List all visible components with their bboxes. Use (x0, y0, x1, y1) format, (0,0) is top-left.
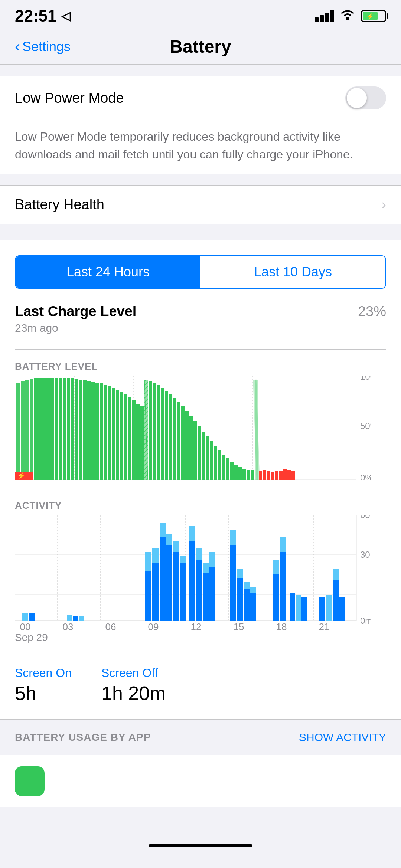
svg-rect-25 (75, 379, 78, 480)
svg-rect-108 (160, 537, 166, 621)
battery-level-chart-label: BATTERY LEVEL (15, 361, 386, 372)
svg-rect-42 (140, 406, 144, 480)
battery-health-row[interactable]: Battery Health › (0, 186, 401, 224)
svg-rect-124 (230, 545, 236, 621)
svg-rect-50 (161, 388, 164, 480)
svg-rect-117 (189, 526, 195, 541)
svg-rect-133 (273, 560, 279, 574)
back-button[interactable]: ‹ Settings (15, 39, 71, 55)
charge-level-row: Last Charge Level 23m ago 23% (15, 304, 386, 334)
svg-rect-23 (67, 378, 70, 480)
svg-rect-123 (209, 552, 215, 567)
nav-bar: ‹ Settings Battery (0, 29, 401, 64)
location-icon: ◁ (61, 9, 71, 23)
home-indicator-area (0, 837, 401, 851)
svg-rect-45 (144, 380, 148, 480)
svg-rect-76 (263, 470, 266, 480)
section-gap-2 (0, 174, 401, 185)
screen-usage-row: Screen On 5h Screen Off 1h 20m (15, 655, 386, 719)
screen-off-value: 1h 20m (101, 682, 166, 704)
svg-text:00: 00 (20, 621, 31, 632)
svg-rect-114 (180, 563, 186, 621)
svg-rect-99 (22, 613, 28, 621)
bottom-spacer (0, 807, 401, 837)
svg-rect-100 (29, 613, 35, 621)
svg-text:50%: 50% (360, 421, 371, 431)
charge-level-percentage: 23% (358, 304, 386, 320)
svg-rect-19 (50, 378, 54, 480)
svg-rect-11 (25, 380, 29, 480)
svg-point-0 (346, 17, 349, 20)
screen-on-value: 5h (15, 682, 72, 704)
svg-rect-53 (173, 398, 176, 480)
svg-rect-80 (279, 471, 283, 480)
segment-control[interactable]: Last 24 Hours Last 10 Days (15, 255, 386, 289)
battery-icon: ⚡ (361, 10, 386, 22)
battery-level-chart: ⚡ (15, 376, 386, 481)
svg-text:⚡: ⚡ (17, 472, 26, 480)
svg-rect-63 (214, 446, 217, 480)
svg-rect-115 (180, 556, 186, 563)
svg-rect-127 (237, 569, 243, 578)
app-usage-row (0, 755, 401, 807)
charge-level-info: Last Charge Level 23m ago (15, 304, 136, 334)
status-icons: ⚡ (315, 8, 386, 24)
svg-text:0m: 0m (360, 616, 371, 626)
svg-rect-39 (132, 400, 136, 480)
activity-chart-label: ACTIVITY (15, 500, 386, 511)
screen-off-item: Screen Off 1h 20m (101, 666, 166, 704)
signal-bars (315, 10, 334, 22)
svg-rect-126 (237, 578, 243, 621)
segment-last-10-days[interactable]: Last 10 Days (200, 256, 385, 288)
svg-rect-75 (259, 471, 262, 480)
svg-text:15: 15 (234, 621, 244, 632)
svg-rect-21 (59, 378, 62, 480)
svg-rect-52 (169, 394, 172, 480)
svg-rect-20 (55, 378, 58, 480)
screen-off-label: Screen Off (101, 666, 166, 680)
svg-rect-125 (230, 530, 236, 545)
battery-health-chevron-icon: › (381, 197, 386, 213)
svg-rect-120 (203, 573, 209, 621)
toggle-knob (347, 88, 367, 108)
svg-rect-134 (280, 552, 286, 621)
svg-rect-28 (87, 381, 91, 480)
svg-text:12: 12 (191, 621, 202, 632)
svg-rect-136 (290, 593, 295, 621)
svg-rect-105 (145, 552, 151, 571)
back-label: Settings (22, 39, 71, 55)
low-power-mode-label: Low Power Mode (15, 90, 124, 106)
battery-usage-footer: BATTERY USAGE BY APP SHOW ACTIVITY (0, 720, 401, 755)
low-power-mode-toggle[interactable] (345, 86, 386, 109)
svg-rect-102 (73, 616, 78, 621)
svg-rect-119 (196, 548, 202, 560)
svg-rect-59 (198, 426, 201, 480)
svg-rect-51 (165, 391, 168, 480)
svg-rect-103 (79, 616, 84, 621)
svg-text:03: 03 (63, 621, 74, 632)
svg-rect-70 (242, 469, 246, 480)
svg-rect-101 (67, 615, 72, 621)
svg-rect-116 (189, 541, 195, 621)
svg-rect-118 (196, 560, 202, 621)
segment-last-24-hours[interactable]: Last 24 Hours (16, 256, 200, 288)
svg-rect-135 (280, 537, 286, 552)
svg-rect-41 (136, 465, 140, 480)
svg-rect-12 (30, 379, 33, 480)
battery-usage-label: BATTERY USAGE BY APP (15, 731, 151, 743)
svg-rect-24 (71, 378, 74, 480)
screen-on-item: Screen On 5h (15, 666, 72, 704)
svg-text:21: 21 (319, 621, 330, 632)
svg-rect-54 (177, 402, 180, 480)
svg-rect-122 (209, 567, 215, 621)
svg-rect-48 (153, 383, 156, 480)
svg-text:30m: 30m (360, 550, 371, 560)
svg-rect-112 (173, 552, 179, 621)
svg-text:60m: 60m (360, 515, 371, 520)
section-gap-3 (0, 224, 401, 240)
svg-rect-83 (291, 471, 295, 480)
show-activity-button[interactable]: SHOW ACTIVITY (299, 731, 386, 744)
svg-rect-18 (46, 378, 50, 480)
svg-rect-78 (271, 472, 274, 480)
svg-rect-67 (230, 462, 234, 480)
